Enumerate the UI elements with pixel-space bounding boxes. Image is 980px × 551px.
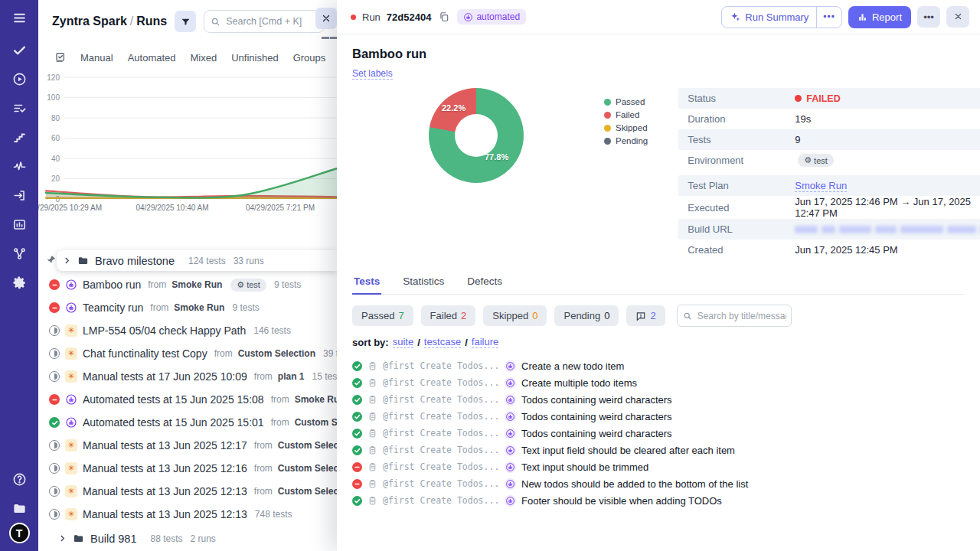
chevron-right-icon[interactable] [63,256,71,265]
status-failed-icon [49,302,60,313]
clipboard-icon [368,461,377,472]
automated-run-icon [65,279,77,291]
comment-count: 2 [650,310,655,321]
status-passed-icon [352,429,362,439]
runs-play-icon[interactable] [0,64,38,93]
search-icon [683,310,692,324]
run-summary-more-button[interactable]: ••• [816,7,841,28]
branch-icon[interactable] [0,239,38,268]
build-group-row[interactable]: Build 981 88 tests2 runs [38,528,337,549]
filter-skipped-chip[interactable]: Skipped0 [483,305,547,326]
mixed-run-icon: ✳ [65,439,77,452]
test-title: Todos containing weird characters [521,428,672,439]
tab-statistics[interactable]: Statistics [401,271,446,294]
run-list-item[interactable]: ✳Manual tests at 13 Jun 2025 12:16fromCu… [38,457,337,480]
run-plan-name: Custom Selection [278,440,337,451]
clipboard-icon [368,411,377,422]
settings-gear-icon[interactable] [0,268,38,297]
svg-text:80: 80 [51,114,60,122]
tab-unfinished[interactable]: Unfinished [231,52,278,64]
filter-pending-chip[interactable]: Pending0 [554,305,619,326]
status-failed-icon [49,394,60,405]
run-list-item[interactable]: ✳Manual tests at 13 Jun 2025 12:13fromCu… [38,480,337,503]
tab-tests[interactable]: Tests [352,271,381,294]
sort-by-suite[interactable]: suite [393,336,413,348]
filter-button[interactable] [175,11,196,32]
run-details-table: StatusFAILEDDuration19sTests9Environment… [678,88,980,260]
automated-badge[interactable]: automated [457,9,526,24]
mixed-run-icon: ✳ [65,370,77,383]
run-list-item[interactable]: Automated tests at 15 Jun 2025 15:08from… [38,388,337,411]
run-list-item[interactable]: Bamboo runfromSmoke Run⚙test9 tests [38,273,337,296]
test-list-item[interactable]: @first Create Todos...New todos should b… [352,475,965,492]
sort-by-testcase[interactable]: testcase [424,336,461,348]
donut-hole [455,114,498,157]
run-from-label: from [254,440,273,451]
test-title: Text input field should be cleared after… [521,445,735,456]
run-list-item[interactable]: ✳LMP-554 05/04 check Happy Path146 tests [38,319,337,342]
run-list-item[interactable]: ✳Manual tests at 13 Jun 2025 12:13748 te… [38,503,337,526]
filter-failed-chip[interactable]: Failed2 [421,305,476,326]
detail-tabs: TestsStatisticsDefects [352,271,965,295]
run-from-label: from [254,486,273,497]
test-list-item[interactable]: @first Create Todos...Todos containing w… [352,425,965,442]
chevron-right-icon[interactable] [58,534,67,543]
copy-run-id-button[interactable] [437,10,451,24]
svg-text:04/29/2025 10:29 AM: 04/29/2025 10:29 AM [38,204,102,212]
sort-separator: / [465,337,468,348]
import-icon[interactable] [0,181,38,210]
status-passed-icon [352,361,362,371]
filter-passed-chip[interactable]: Passed7 [352,305,413,326]
clipboard-icon [368,428,377,439]
run-list-item[interactable]: ✳Manual tests at 17 Jun 2025 10:09frompl… [38,365,337,388]
close-detail-button[interactable] [946,6,969,28]
tab-groups[interactable]: Groups [293,52,326,64]
run-summary-button[interactable]: Run Summary [722,7,816,28]
sort-by-label: sort by: [352,337,389,348]
test-list-item[interactable]: @first Create Todos...Todos containing w… [352,408,965,425]
test-plan-link[interactable]: Smoke Run [795,180,847,192]
more-actions-button[interactable]: ••• [917,6,940,28]
projects-folder-icon[interactable] [0,494,38,523]
app-logo[interactable]: T [9,523,30,543]
test-list-item[interactable]: @first Create Todos...Footer should be v… [352,492,965,509]
run-detail-panel: Run 72d52404 automated Run Summary ••• [337,0,980,551]
comments-filter-chip[interactable]: 2 [626,305,665,326]
tests-search-input[interactable] [677,305,792,327]
report-button[interactable]: Report [848,6,911,28]
run-list-item[interactable]: ✳Chat functinality test CopyfromCustom S… [38,342,337,365]
run-list-item[interactable]: Automated tests at 15 Jun 2025 15:01from… [38,411,337,434]
reports-chart-icon[interactable] [0,210,38,239]
tests-check-icon[interactable] [0,35,38,64]
run-name: Chat functinality test Copy [83,347,207,360]
test-list-item[interactable]: @first Create Todos...Text input field s… [352,442,965,458]
test-list-item[interactable]: @first Create Todos...Todos containing w… [352,391,965,408]
multi-select-icon[interactable] [54,51,66,64]
run-name: Automated tests at 15 Jun 2025 15:01 [83,416,264,429]
panel-close-button[interactable] [315,8,337,29]
breadcrumb-project[interactable]: Zyntra Spark [52,15,127,28]
detail-row: Build URL [678,219,980,240]
milestone-group-row[interactable]: Bravo milestone 124 tests33 runs [57,250,337,271]
milestones-steps-icon[interactable] [0,122,38,152]
set-labels-link[interactable]: Set labels [352,68,393,80]
pin-icon [47,254,57,268]
tab-automated[interactable]: Automated [128,52,176,64]
analytics-pulse-icon[interactable] [0,152,38,181]
run-list-item[interactable]: ✳Manual tests at 13 Jun 2025 12:17fromCu… [38,434,337,457]
tab-defects[interactable]: Defects [466,271,504,294]
test-list-item[interactable]: @first Create Todos...Text input should … [352,458,965,475]
menu-icon[interactable] [0,0,38,35]
run-list-item[interactable]: Teamcity runfromSmoke Run9 tests [38,296,337,319]
sort-by-failure[interactable]: failure [472,336,498,348]
test-plans-icon[interactable] [0,93,38,122]
status-finished-icon [49,509,60,520]
tab-mixed[interactable]: Mixed [191,52,217,64]
help-icon[interactable] [0,465,38,494]
test-list-item[interactable]: @first Create Todos...Create a new todo … [352,357,965,374]
runs-search-input[interactable] [204,10,325,33]
test-list-item[interactable]: @first Create Todos...Create multiple to… [352,374,965,391]
detail-value: 19s [795,113,811,125]
redacted-segment [875,226,897,233]
tab-manual[interactable]: Manual [80,52,113,64]
